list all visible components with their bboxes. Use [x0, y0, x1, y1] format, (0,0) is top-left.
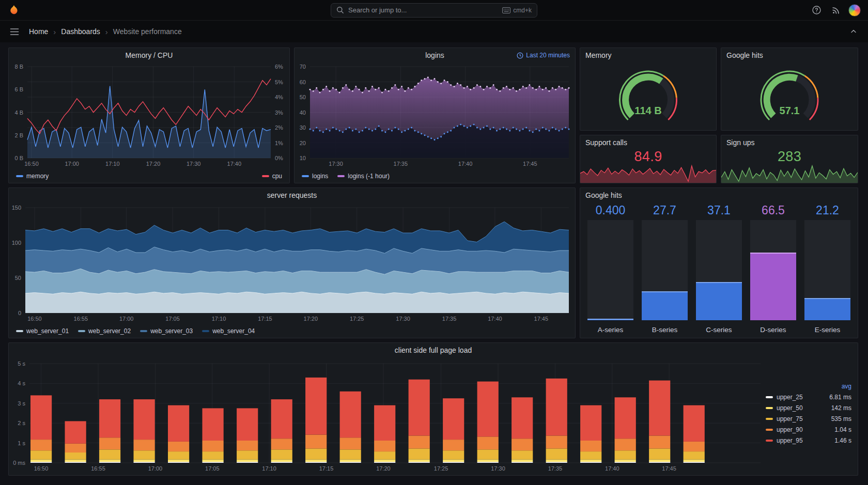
legend-item-web-server-02[interactable]: web_server_02 [78, 327, 131, 335]
legend-item-web-server-01[interactable]: web_server_01 [16, 327, 69, 335]
bar-segment [546, 379, 567, 436]
legend-swatch [202, 330, 209, 332]
legend-item-logins[interactable]: logins [302, 173, 328, 180]
gauge-canvas: 57.1 [721, 62, 858, 130]
panel-title[interactable]: server requests [9, 191, 575, 199]
legend-row-upper_50[interactable]: upper_50142 ms [766, 404, 851, 412]
google-hits-gauge: 57.1 [721, 62, 858, 130]
bar-segment [168, 462, 189, 463]
bar-label: B-series [642, 320, 688, 334]
bar-segment [512, 450, 533, 459]
bar-segment [203, 460, 224, 462]
svg-text:57.1: 57.1 [780, 105, 800, 116]
svg-text:150: 150 [12, 205, 21, 211]
breadcrumb-dashboards[interactable]: Dashboards [61, 27, 100, 36]
news-button[interactable] [829, 3, 843, 18]
menu-toggle-button[interactable] [7, 24, 22, 39]
svg-text:17:30: 17:30 [187, 161, 201, 167]
bar-segment [305, 378, 327, 435]
help-icon [812, 6, 821, 14]
search-input[interactable] [348, 6, 498, 14]
bar-segment [271, 449, 292, 459]
bar-segment [271, 460, 292, 462]
breadcrumb-home[interactable]: Home [29, 27, 48, 36]
client-load-chart[interactable]: 16:5016:5517:0017:0517:1017:1517:2017:25… [9, 357, 766, 475]
support-calls-sparkline [580, 164, 716, 183]
bar-segment [305, 448, 327, 459]
breadcrumb-separator: › [105, 27, 108, 36]
legend-swatch [16, 175, 23, 177]
bar-segment [615, 450, 636, 459]
bar-segment [512, 439, 533, 450]
svg-text:17:20: 17:20 [376, 465, 391, 472]
legend-item-cpu[interactable]: cpu [262, 173, 282, 180]
bar-segment [30, 440, 52, 450]
bar-segment [615, 397, 636, 439]
bar-segment [340, 437, 361, 449]
panel-title[interactable]: Google hits [585, 191, 622, 199]
legend-item-web-server-03[interactable]: web_server_03 [140, 327, 193, 335]
bar-label: E-series [804, 320, 850, 334]
legend-swatch [140, 330, 147, 332]
bar-segment [684, 460, 705, 462]
bar-segment [305, 435, 327, 449]
legend-value: 6.81 ms [829, 394, 851, 401]
breadcrumb-current: Website performance [113, 27, 182, 36]
clock-icon [517, 52, 523, 59]
bar-segment [134, 450, 155, 459]
bar-segment [477, 462, 499, 463]
panel-title[interactable]: Support calls [585, 138, 627, 147]
logins-chart[interactable]: 17:3017:3517:4017:4570605040302010 [295, 62, 575, 169]
time-range-badge[interactable]: Last 20 minutes [517, 52, 570, 59]
bar-segment [443, 462, 464, 463]
panel-title[interactable]: Memory / CPU [9, 51, 289, 59]
panel-memory-gauge: Memory 114 B [580, 48, 717, 131]
memory-cpu-chart[interactable]: 16:5017:0017:1017:2017:3017:408 B6 B4 B2… [9, 62, 289, 169]
bar-segment [615, 439, 636, 450]
bar-value: 66.5 [750, 204, 796, 220]
legend-item-logins-1-hour-[interactable]: logins (-1 hour) [337, 173, 390, 180]
legend-row-upper_95[interactable]: upper_951.46 s [766, 437, 851, 444]
bar-segment [99, 449, 120, 459]
bar-segment [512, 397, 533, 439]
user-avatar[interactable] [848, 4, 861, 17]
bar-segment [649, 448, 670, 459]
bar-track [642, 220, 688, 320]
panel-title[interactable]: Google hits [726, 51, 763, 59]
bar-segment [512, 460, 533, 462]
bar-segment [649, 460, 670, 462]
panel-google-hits-bars: Google hits 0.400A-series27.7B-series37.… [580, 187, 858, 338]
server-requests-chart[interactable]: 16:5016:5517:0017:0517:1017:1517:2017:25… [9, 202, 575, 324]
legend-item-memory[interactable]: memory [16, 173, 49, 180]
svg-text:16:50: 16:50 [24, 161, 39, 167]
bar-track [750, 220, 796, 320]
svg-text:70: 70 [300, 64, 306, 70]
panel-google-hits-gauge: Google hits 57.1 [721, 48, 858, 131]
bar-segment [615, 462, 636, 463]
search-input-wrapper[interactable]: cmd+k [331, 3, 537, 18]
svg-text:6%: 6% [275, 64, 283, 70]
legend-label: memory [26, 173, 49, 180]
legend-row-upper_90[interactable]: upper_901.04 s [766, 426, 851, 433]
bar-segment [65, 462, 86, 463]
legend-label: web_server_03 [150, 327, 193, 335]
svg-text:8 B: 8 B [14, 64, 23, 70]
help-button[interactable] [809, 3, 824, 18]
svg-text:17:40: 17:40 [458, 161, 473, 167]
panel-title[interactable]: Memory [585, 51, 612, 59]
legend-row-upper_75[interactable]: upper_75535 ms [766, 415, 851, 423]
panel-server-requests: server requests 16:5016:5517:0017:0517:1… [8, 187, 576, 338]
grafana-logo[interactable] [7, 4, 21, 17]
bar-segment [443, 440, 464, 450]
legend-item-web-server-04[interactable]: web_server_04 [202, 327, 255, 335]
legend-value: 1.46 s [834, 437, 851, 444]
bar-label: D-series [750, 320, 796, 334]
bar-segment [580, 451, 601, 459]
svg-text:5 s: 5 s [18, 361, 25, 367]
bar-E-series: 21.2E-series [804, 204, 850, 334]
panel-title[interactable]: Sign ups [726, 138, 754, 147]
collapse-topbar-button[interactable] [846, 24, 861, 39]
panel-title[interactable]: client side full page load [9, 346, 858, 354]
legend-row-upper_25[interactable]: upper_256.81 ms [766, 394, 851, 401]
bar-segment [409, 460, 430, 462]
